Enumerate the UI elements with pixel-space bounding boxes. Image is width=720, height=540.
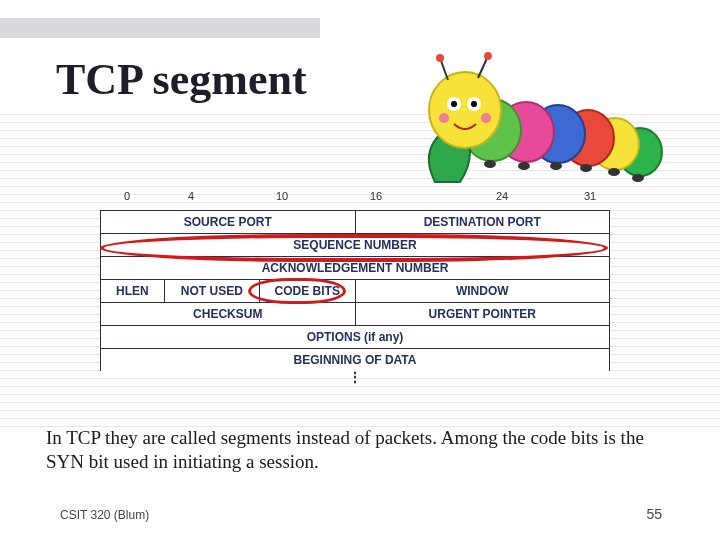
footer-course: CSIT 320 (Blum) [60, 508, 149, 522]
sequence-number-cell: SEQUENCE NUMBER [101, 234, 610, 257]
slide-body-text: In TCP they are called segments instead … [46, 426, 678, 475]
svg-point-8 [436, 54, 444, 62]
options-cell: OPTIONS (if any) [101, 326, 610, 349]
window-cell: WINDOW [355, 280, 610, 303]
bit-24: 24 [496, 190, 508, 202]
bit-scale: 0 4 10 16 24 31 [100, 190, 610, 208]
svg-point-20 [580, 164, 592, 172]
urgent-pointer-cell: URGENT POINTER [355, 303, 610, 326]
svg-point-18 [518, 162, 530, 170]
svg-point-6 [429, 72, 501, 148]
svg-point-12 [451, 101, 457, 107]
svg-point-19 [550, 162, 562, 170]
destination-port-cell: DESTINATION PORT [355, 211, 610, 234]
code-bits-cell: CODE BITS [260, 280, 355, 303]
caterpillar-image [340, 52, 670, 202]
bit-0: 0 [124, 190, 130, 202]
bit-16: 16 [370, 190, 382, 202]
bit-4: 4 [188, 190, 194, 202]
ack-number-cell: ACKNOWLEDGEMENT NUMBER [101, 257, 610, 280]
footer-page-number: 55 [646, 506, 662, 522]
svg-point-22 [632, 174, 644, 182]
svg-point-10 [484, 52, 492, 60]
continuation-dots-icon: ⋮ [348, 369, 362, 385]
svg-point-16 [481, 113, 491, 123]
begin-data-cell: BEGINNING OF DATA ⋮ [101, 349, 610, 372]
svg-point-17 [484, 160, 496, 168]
svg-point-14 [471, 101, 477, 107]
not-used-cell: NOT USED [164, 280, 259, 303]
svg-point-15 [439, 113, 449, 123]
hlen-cell: HLEN [101, 280, 165, 303]
bit-31: 31 [584, 190, 596, 202]
bit-10: 10 [276, 190, 288, 202]
slide-title: TCP segment [56, 54, 307, 105]
source-port-cell: SOURCE PORT [101, 211, 356, 234]
checksum-cell: CHECKSUM [101, 303, 356, 326]
svg-point-21 [608, 168, 620, 176]
tcp-segment-diagram: 0 4 10 16 24 31 SOURCE PORT DESTINATION … [100, 190, 610, 371]
